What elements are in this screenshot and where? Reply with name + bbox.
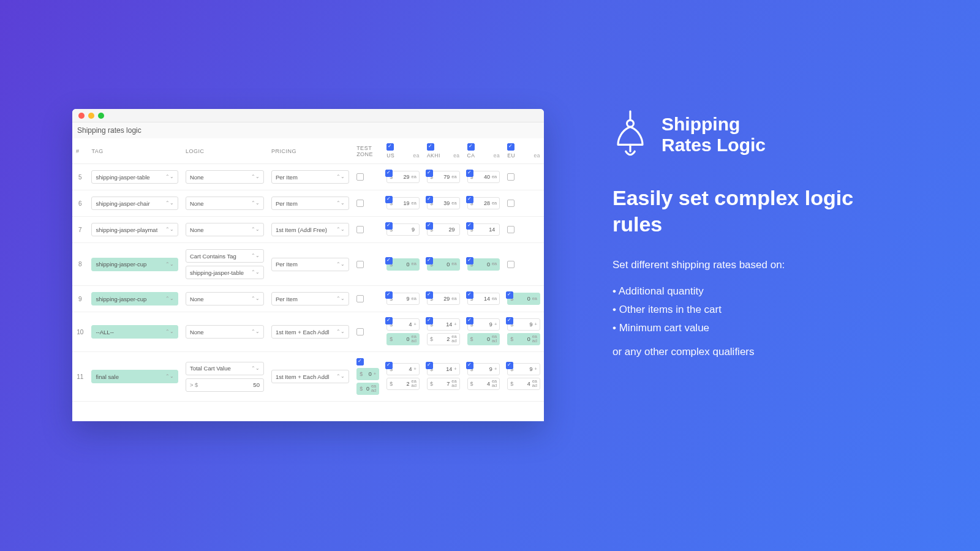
price-checkbox[interactable]	[385, 362, 393, 369]
select-field[interactable]: shipping-jasper-playmat⌃⌄	[91, 223, 178, 236]
zone-row-checkbox[interactable]	[507, 200, 514, 207]
price-checkbox[interactable]	[426, 291, 433, 299]
select-field[interactable]: None⌃⌄	[186, 170, 264, 184]
price-input[interactable]: $14+	[427, 363, 460, 375]
select-field[interactable]: Cart Contains Tag⌃⌄	[186, 249, 264, 263]
select-field[interactable]: Per Item⌃⌄	[271, 197, 349, 210]
select-field[interactable]: Per Item⌃⌄	[271, 292, 349, 305]
zone-checkbox[interactable]	[507, 143, 514, 151]
zone-row-checkbox[interactable]	[507, 261, 514, 268]
price-checkbox[interactable]	[466, 196, 473, 203]
select-field[interactable]: shipping-jasper-cup⌃⌄	[91, 292, 178, 305]
promo-panel: Shipping Rates Logic Easily set complex …	[612, 110, 907, 358]
price-checkbox[interactable]	[426, 170, 433, 177]
price-input[interactable]: $14ea	[467, 293, 500, 305]
price-input[interactable]: $4eaad	[467, 378, 500, 390]
zone-checkbox[interactable]	[467, 143, 475, 151]
price-input[interactable]: $9ea	[386, 293, 420, 305]
price-checkbox[interactable]	[385, 317, 393, 324]
price-input[interactable]: $79ea	[427, 171, 460, 183]
testzone-checkbox[interactable]	[356, 226, 364, 233]
price-checkbox[interactable]	[385, 196, 393, 203]
select-field[interactable]: Per Item⌃⌄	[271, 258, 349, 271]
select-field[interactable]: None⌃⌄	[186, 325, 264, 339]
price-input[interactable]: $9+	[467, 363, 500, 375]
select-field[interactable]: None⌃⌄	[186, 197, 264, 210]
select-field[interactable]: shipping-jasper-table⌃⌄	[186, 266, 264, 279]
select-field[interactable]: --ALL--⌃⌄	[91, 325, 178, 339]
price-input[interactable]: $9+	[507, 318, 540, 331]
price-checkbox[interactable]	[466, 257, 473, 264]
price-input[interactable]: $0ea	[467, 258, 500, 271]
price-input[interactable]: $28ea	[467, 197, 500, 209]
threshold-input[interactable]: > $50	[186, 378, 264, 392]
price-checkbox[interactable]	[385, 257, 393, 264]
zone-row-checkbox[interactable]	[507, 173, 514, 181]
price-input[interactable]: $14+	[427, 318, 460, 331]
price-checkbox[interactable]	[426, 257, 433, 264]
price-input[interactable]: $0eaad	[356, 383, 379, 395]
price-input[interactable]: $4eaad	[507, 378, 540, 390]
select-field[interactable]: 1st Item + Each Addl⌃⌄	[271, 325, 349, 339]
price-input[interactable]: $0ea	[427, 258, 460, 271]
price-checkbox[interactable]	[426, 362, 433, 369]
price-input[interactable]: $29	[427, 223, 460, 236]
testzone-checkbox[interactable]	[356, 200, 364, 207]
price-checkbox[interactable]	[426, 222, 433, 230]
testzone-checkbox[interactable]	[356, 261, 364, 268]
select-field[interactable]: shipping-jasper-cup⌃⌄	[91, 258, 178, 271]
select-field[interactable]: 1st Item (Addl Free)⌃⌄	[271, 223, 349, 236]
window-close-icon[interactable]	[78, 113, 85, 119]
price-checkbox[interactable]	[466, 170, 473, 177]
price-input[interactable]: $0+	[356, 368, 379, 380]
price-input[interactable]: $7eaad	[427, 378, 460, 390]
price-input[interactable]: $4+	[386, 363, 420, 375]
price-checkbox[interactable]	[385, 222, 393, 230]
price-checkbox[interactable]	[466, 362, 473, 369]
select-field[interactable]: shipping-jasper-table⌃⌄	[91, 170, 178, 184]
price-input[interactable]: $0eaad	[467, 333, 500, 345]
select-field[interactable]: Per Item⌃⌄	[271, 170, 349, 184]
select-field[interactable]: Total Cart Value⌃⌄	[186, 362, 264, 375]
select-field[interactable]: shipping-jasper-chair⌃⌄	[91, 197, 178, 210]
price-input[interactable]: $9+	[507, 363, 540, 375]
zone-checkbox[interactable]	[386, 143, 394, 151]
price-input[interactable]: $2eaad	[427, 333, 460, 345]
price-checkbox[interactable]	[385, 170, 393, 177]
price-checkbox[interactable]	[506, 291, 513, 299]
price-input[interactable]: $39ea	[427, 197, 460, 209]
select-field[interactable]: 1st Item + Each Addl⌃⌄	[271, 370, 349, 383]
price-input[interactable]: $0eaad	[507, 333, 540, 345]
price-checkbox[interactable]	[506, 317, 513, 324]
window-minimize-icon[interactable]	[88, 113, 94, 119]
price-checkbox[interactable]	[466, 291, 473, 299]
price-input[interactable]: $29ea	[427, 293, 460, 305]
price-checkbox[interactable]	[426, 196, 433, 203]
price-input[interactable]: $14	[467, 223, 500, 236]
price-input[interactable]: $0ea	[507, 293, 540, 305]
select-field[interactable]: final sale⌃⌄	[91, 370, 178, 383]
price-checkbox[interactable]	[466, 222, 473, 230]
zone-checkbox[interactable]	[427, 143, 434, 151]
price-input[interactable]: $0ea	[386, 258, 420, 271]
testzone-checkbox[interactable]	[356, 295, 364, 302]
price-input[interactable]: $9+	[467, 318, 500, 331]
price-input[interactable]: $4+	[386, 318, 420, 331]
price-input[interactable]: $0eaad	[386, 333, 420, 345]
select-field[interactable]: None⌃⌄	[186, 223, 264, 236]
price-input[interactable]: $29ea	[386, 171, 420, 183]
select-field[interactable]: None⌃⌄	[186, 292, 264, 305]
price-input[interactable]: $9	[386, 223, 420, 236]
testzone-checkbox[interactable]	[356, 328, 364, 335]
price-input[interactable]: $2eaad	[386, 378, 420, 390]
price-input[interactable]: $19ea	[386, 197, 420, 209]
testzone-checkbox[interactable]	[356, 358, 364, 365]
price-checkbox[interactable]	[506, 362, 513, 369]
zone-row-checkbox[interactable]	[507, 226, 514, 233]
price-input[interactable]: $40ea	[467, 171, 500, 183]
price-checkbox[interactable]	[466, 317, 473, 324]
price-checkbox[interactable]	[385, 291, 393, 299]
window-zoom-icon[interactable]	[98, 113, 104, 119]
testzone-checkbox[interactable]	[356, 173, 364, 181]
price-checkbox[interactable]	[426, 317, 433, 324]
